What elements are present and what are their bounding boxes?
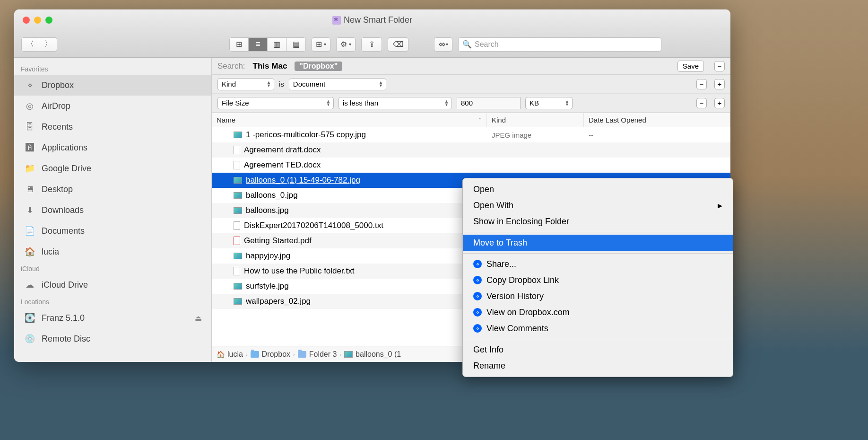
gallery-view-button[interactable] — [286, 37, 305, 52]
tags-button[interactable] — [388, 37, 408, 52]
dropbox-button[interactable]: ▾ — [434, 37, 452, 52]
rule1-value[interactable]: Document▲▼ — [289, 78, 386, 90]
grid-icon — [236, 40, 242, 49]
path-seg[interactable]: Dropbox — [262, 350, 290, 359]
window-controls — [23, 17, 52, 24]
rule2-remove[interactable]: − — [696, 98, 707, 108]
doc-icon — [234, 161, 240, 169]
file-name: How to use the Public folder.txt — [244, 266, 354, 276]
close-button[interactable] — [23, 17, 30, 24]
cm-version-history[interactable]: ⋄Version History — [463, 288, 733, 304]
path-seg[interactable]: balloons_0 (1 — [356, 350, 401, 359]
cm-open[interactable]: Open — [463, 181, 733, 197]
sidebar-item-airdrop[interactable]: ◎AirDrop — [14, 96, 211, 116]
smart-folder-icon — [332, 16, 341, 25]
separator — [463, 232, 733, 232]
icon-view-button[interactable] — [230, 37, 249, 52]
file-name: 1 -pericos-multicolor-575 copy.jpg — [246, 130, 366, 140]
col-date[interactable]: Date Last Opened — [584, 113, 730, 127]
rule2-attr[interactable]: File Size▲▼ — [217, 97, 334, 109]
image-icon — [344, 351, 353, 358]
file-name: surfstyle.jpg — [246, 282, 289, 291]
sidebar: Favorites ⋄Dropbox◎AirDrop🗄Recents🅰Appli… — [14, 58, 212, 362]
forward-button[interactable]: 〉 — [39, 37, 57, 52]
sidebar-item-label: AirDrop — [42, 101, 70, 111]
path-seg[interactable]: Folder 3 — [309, 350, 337, 359]
list-view-button[interactable] — [249, 37, 268, 52]
group-button[interactable]: ▾ — [312, 37, 330, 52]
sidebar-item-remote-disc[interactable]: 💿Remote Disc — [14, 328, 211, 349]
remove-criteria-button[interactable]: − — [714, 61, 725, 71]
rule2-add[interactable]: + — [714, 98, 725, 108]
sidebar-item-label: Applications — [42, 143, 87, 153]
rule-row-1: Kind▲▼ is Document▲▼ − + — [212, 75, 730, 94]
scope-this-mac[interactable]: This Mac — [253, 62, 287, 71]
desktop-icon: 🖥 — [24, 185, 36, 194]
rule1-remove[interactable]: − — [696, 79, 707, 89]
col-name[interactable]: Name⌃ — [212, 113, 487, 127]
path-seg[interactable]: lucia — [227, 350, 243, 359]
file-row[interactable]: Agreement draft.docx — [212, 142, 730, 158]
search-field[interactable]: 🔍 Search — [458, 37, 661, 52]
sidebar-item-google-drive[interactable]: 📁Google Drive — [14, 158, 211, 179]
file-row[interactable]: 1 -pericos-multicolor-575 copy.jpgJPEG i… — [212, 127, 730, 142]
file-row[interactable]: Agreement TED.docx — [212, 158, 730, 173]
dropbox-icon: ⋄ — [473, 292, 482, 300]
sidebar-item-label: Downloads — [42, 205, 84, 215]
chevron-down-icon: ▾ — [446, 42, 448, 47]
doc-icon — [234, 146, 240, 154]
disc-icon: 💿 — [24, 334, 36, 344]
rule2-rel[interactable]: is less than▲▼ — [339, 97, 452, 109]
sidebar-item-dropbox[interactable]: ⋄Dropbox — [14, 75, 211, 96]
scope-dropbox[interactable]: "Dropbox" — [295, 62, 342, 71]
view-switcher — [229, 37, 306, 52]
cm-show-enclosing[interactable]: Show in Enclosing Folder — [463, 213, 733, 229]
share-button[interactable] — [361, 37, 382, 52]
rule2-value[interactable] — [457, 97, 521, 109]
col-kind[interactable]: Kind — [487, 113, 584, 127]
cm-get-info[interactable]: Get Info — [463, 342, 733, 358]
sidebar-item-label: Recents — [42, 122, 73, 132]
column-view-button[interactable] — [268, 37, 286, 52]
minimize-button[interactable] — [34, 17, 41, 24]
img-icon — [234, 177, 242, 184]
sidebar-item-downloads[interactable]: ⬇Downloads — [14, 200, 211, 220]
cm-open-with[interactable]: Open With▶ — [463, 197, 733, 213]
downloads-icon: ⬇ — [24, 205, 36, 215]
apps-icon: 🅰 — [24, 143, 36, 153]
tag-icon — [393, 40, 404, 49]
sidebar-item-icloud-drive[interactable]: ☁iCloud Drive — [14, 274, 211, 295]
sidebar-item-recents[interactable]: 🗄Recents — [14, 116, 211, 137]
rule1-attr[interactable]: Kind▲▼ — [217, 78, 274, 90]
back-button[interactable]: 〈 — [21, 37, 39, 52]
sidebar-item-label: Documents — [42, 226, 85, 236]
img-icon — [234, 283, 242, 290]
sidebar-item-applications[interactable]: 🅰Applications — [14, 137, 211, 158]
rule2-unit[interactable]: KB▲▼ — [525, 97, 573, 109]
file-date: -- — [584, 131, 730, 139]
folder-icon — [298, 351, 306, 358]
img-icon — [234, 253, 242, 259]
cm-copy-link[interactable]: ⋄Copy Dropbox Link — [463, 272, 733, 288]
sidebar-item-desktop[interactable]: 🖥Desktop — [14, 179, 211, 200]
eject-icon[interactable]: ⏏ — [195, 314, 202, 323]
sidebar-item-lucia[interactable]: 🏠lucia — [14, 241, 211, 262]
cm-share[interactable]: ⋄Share... — [463, 256, 733, 272]
chevron-down-icon: ▾ — [349, 42, 351, 47]
folder-icon — [251, 351, 259, 358]
list-icon — [255, 39, 260, 49]
rule-row-2: File Size▲▼ is less than▲▼ KB▲▼ − + — [212, 94, 730, 113]
rule1-add[interactable]: + — [714, 79, 725, 89]
cm-view-comments[interactable]: ⋄View Comments — [463, 320, 733, 336]
cm-view-web[interactable]: ⋄View on Dropbox.com — [463, 304, 733, 320]
folder-icon: 📁 — [24, 163, 36, 174]
sidebar-item-documents[interactable]: 📄Documents — [14, 220, 211, 241]
cm-move-to-trash[interactable]: Move to Trash — [463, 235, 733, 251]
column-headers: Name⌃ Kind Date Last Opened — [212, 113, 730, 127]
cm-rename[interactable]: Rename — [463, 358, 733, 374]
action-button[interactable]: ▾ — [336, 37, 356, 52]
sidebar-item-franz-5-1-0[interactable]: 💽Franz 5.1.0⏏ — [14, 308, 211, 328]
gallery-icon — [293, 40, 300, 49]
zoom-button[interactable] — [45, 17, 52, 24]
save-button[interactable]: Save — [677, 61, 704, 72]
